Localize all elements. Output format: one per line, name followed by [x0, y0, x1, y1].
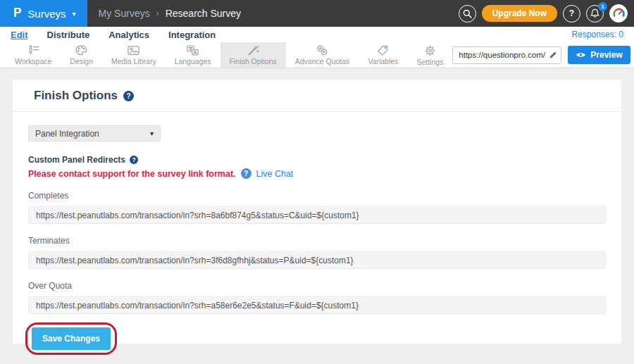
toolbar-item-workspace[interactable]: Workspace [6, 42, 61, 68]
breadcrumb-current-survey: Research Survey [166, 8, 241, 19]
upgrade-now-button[interactable]: Upgrade Now [482, 5, 557, 22]
preview-button[interactable]: Preview [568, 46, 630, 64]
tab-distribute[interactable]: Distribute [47, 30, 90, 40]
completes-input[interactable] [28, 206, 606, 224]
panel-integration-dropdown[interactable]: Panel Integration ▾ [28, 125, 161, 142]
toolbar-label: Finish Options [230, 57, 277, 65]
card-header: Finish Options ? [13, 80, 621, 112]
search-icon [463, 9, 472, 18]
custom-panel-redirects-heading: Custom Panel Redirects [28, 155, 125, 165]
toolbar-label: Workspace [15, 57, 51, 65]
breadcrumb-my-surveys[interactable]: My Surveys [99, 8, 150, 19]
edit-toolbar: Workspace Design Media Library [0, 42, 634, 68]
completes-label: Completes [28, 191, 606, 201]
gauge-avatar-icon [612, 7, 626, 20]
save-changes-button[interactable]: Save Changes [32, 327, 111, 350]
responses-count[interactable]: Responses: 0 [572, 30, 623, 39]
card-body: Panel Integration ▾ Custom Panel Redirec… [13, 112, 621, 350]
app-window: P Surveys ▾ My Surveys › Research Survey… [0, 0, 634, 364]
page-title: Finish Options [34, 89, 118, 103]
help-button[interactable]: ? [563, 5, 580, 23]
toolbar-label: Design [70, 57, 93, 65]
product-name: Surveys [27, 8, 66, 20]
toolbar-item-settings[interactable]: Settings [407, 42, 452, 68]
advance-quotas-icon [316, 44, 329, 56]
finish-options-card: Finish Options ? Panel Integration ▾ Cus… [13, 80, 621, 344]
topbar: P Surveys ▾ My Surveys › Research Survey… [0, 0, 634, 27]
live-chat-link[interactable]: Live Chat [256, 169, 294, 179]
survey-url-wrap [452, 46, 561, 64]
product-switcher[interactable]: P Surveys ▾ [0, 0, 87, 27]
content-area: Finish Options ? Panel Integration ▾ Cus… [0, 68, 634, 364]
survey-nav: Edit Distribute Analytics Integration Re… [0, 27, 634, 42]
settings-icon [423, 44, 437, 57]
toolbar-label: Variables [368, 57, 398, 65]
toolbar-item-finish-options[interactable]: Finish Options [220, 42, 286, 68]
chevron-down-icon: ▾ [150, 130, 154, 137]
redirects-help-icon[interactable]: ? [130, 156, 138, 164]
media-library-icon [127, 44, 140, 56]
design-icon [75, 44, 88, 56]
eye-icon [576, 51, 586, 58]
notification-badge: 1 [598, 2, 607, 11]
tab-integration[interactable]: Integration [168, 30, 216, 40]
terminates-label: Terminates [28, 236, 606, 246]
breadcrumb-separator: › [156, 8, 159, 18]
tab-analytics[interactable]: Analytics [108, 30, 149, 40]
topbar-actions: Upgrade Now ? 1 [459, 4, 634, 23]
over-quota-input[interactable] [28, 296, 606, 314]
preview-label: Preview [590, 50, 622, 60]
search-button[interactable] [459, 5, 476, 23]
over-quota-label: Over Quota [28, 281, 606, 291]
section-heading-row: Custom Panel Redirects ? [28, 155, 606, 165]
account-avatar[interactable] [609, 4, 628, 23]
support-notice-row: Please contact support for the survey li… [28, 168, 606, 179]
bell-icon [590, 8, 599, 18]
variables-icon [376, 44, 390, 56]
toolbar-label: Settings [416, 58, 443, 66]
finish-options-help-icon[interactable]: ? [123, 91, 134, 101]
toolbar-label: Languages [175, 57, 211, 65]
finish-options-icon [247, 44, 260, 56]
survey-url-input[interactable] [452, 46, 561, 64]
toolbar-item-design[interactable]: Design [61, 42, 102, 68]
toolbar-item-media-library[interactable]: Media Library [102, 42, 166, 68]
edit-url-icon[interactable] [549, 51, 557, 59]
chevron-down-icon: ▾ [73, 10, 76, 18]
toolbar-label: Advance Quotas [295, 57, 350, 65]
toolbar-item-languages[interactable]: Languages [166, 42, 220, 68]
questionpro-logo-icon: P [13, 6, 21, 21]
toolbar-label: Media Library [111, 57, 156, 65]
toolbar-item-variables[interactable]: Variables [359, 42, 407, 68]
support-notice-text: Please contact support for the survey li… [28, 169, 236, 179]
languages-icon [186, 44, 199, 56]
notifications-button[interactable]: 1 [586, 5, 604, 23]
workspace-icon [27, 44, 40, 56]
live-chat-icon[interactable]: ? [241, 168, 251, 179]
save-changes-wrap: Save Changes [32, 327, 111, 350]
toolbar-item-advance-quotas[interactable]: Advance Quotas [286, 42, 359, 68]
dropdown-value: Panel Integration [35, 129, 99, 139]
tab-edit[interactable]: Edit [11, 30, 28, 40]
breadcrumb: My Surveys › Research Survey [99, 8, 242, 19]
terminates-input[interactable] [28, 251, 606, 269]
